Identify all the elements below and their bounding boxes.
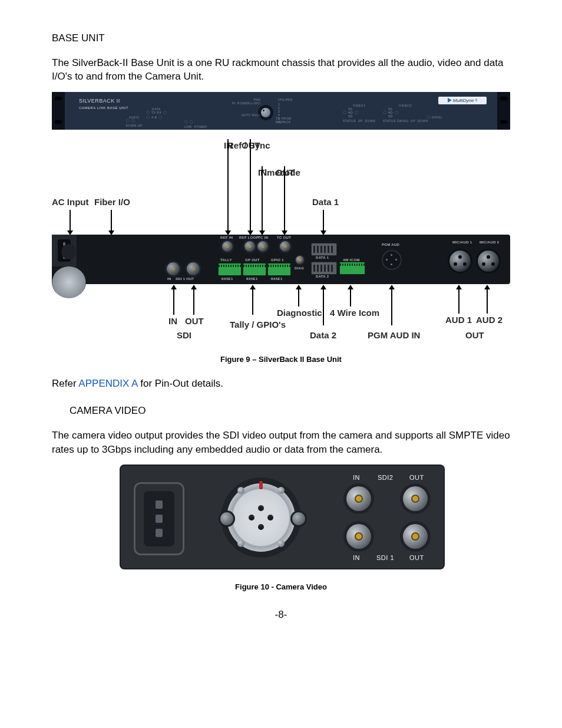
- label-sdi-in: IN: [168, 316, 177, 326]
- tiny-mic1: MIC/AUD 1: [452, 241, 472, 244]
- refer-post: for Pin-Out details.: [138, 378, 224, 389]
- tiny-gpout: GP OUT: [245, 258, 260, 262]
- ref-loop-bnc: [243, 239, 257, 253]
- label-tally: Tally / GPIO's: [230, 319, 286, 330]
- cv-sdi1-out-bnc: [400, 521, 431, 552]
- sdi-in-bnc: [165, 261, 181, 277]
- tiny-sdi-in: IN: [167, 277, 171, 281]
- rack-ear-right: [497, 92, 510, 130]
- tiny-tally: TALLY: [220, 258, 232, 262]
- front-panel-figure: SILVERBACK II CAMERA LINK BASE UNIT Mult…: [52, 92, 510, 130]
- tiny-sdi1: SDI 1: [176, 277, 186, 281]
- label-pgm: PGM AUD IN: [368, 330, 420, 340]
- tiny-icom: 4W ICOM: [343, 258, 359, 262]
- cv-sdi1: SDI 1: [376, 554, 394, 561]
- cv-fiber-connector: [221, 477, 301, 558]
- tiny-b1: 8X5E1: [222, 277, 233, 281]
- label-data1: Data 1: [312, 197, 339, 207]
- tiny-gpio: GPIO 1: [271, 258, 284, 262]
- tiny-refin: REF IN: [220, 236, 233, 239]
- tiny-sdi-out: OUT: [186, 277, 194, 281]
- data-led-group: DATA TX RX A B: [146, 107, 167, 120]
- icom-terminal: [339, 262, 365, 275]
- data-end-group: DATA1: [427, 116, 442, 120]
- refer-pre: Refer: [52, 378, 78, 389]
- front-title: SILVERBACK II: [79, 98, 120, 104]
- intro-paragraph: The SilverBack-II Base Unit is a one RU …: [52, 56, 510, 84]
- cv-sdi2-out-bnc: [400, 483, 431, 514]
- reg-mark: ®: [475, 98, 477, 102]
- tally-terminal: [218, 263, 242, 276]
- label-fiber: Fiber I/O: [94, 197, 130, 207]
- page-number: -8-: [52, 609, 510, 621]
- link-power-group: LINK POWER: [184, 120, 207, 129]
- tiny-mic2: MIC/AUD 2: [480, 241, 499, 244]
- sdi-out-bnc: [185, 261, 201, 277]
- cv-sdi2-in-bnc: [343, 483, 374, 514]
- label-aud2: AUD 2: [476, 315, 503, 325]
- tiny-tcout: TC OUT: [277, 236, 291, 239]
- label-aud1: AUD 1: [445, 315, 472, 325]
- cv-sdi1-in-bnc: [343, 521, 374, 552]
- tiny-refloop: REF LOOP: [239, 236, 259, 239]
- tiny-diag: DIAG: [295, 266, 304, 270]
- front-subtitle: CAMERA LINK BASE UNIT: [79, 106, 128, 110]
- rear-panel-figure: Ref / Sync IN OUT Timecode IN OUT AC Inp…: [52, 140, 510, 347]
- ref-in-bnc: [220, 239, 234, 253]
- camera-video-paragraph: The camera video output provides the SDI…: [52, 429, 510, 456]
- label-sdi-out: OUT: [185, 316, 204, 326]
- tiny-b2: 8X5E1: [246, 277, 258, 281]
- multidyne-triangle-icon: [448, 98, 452, 103]
- aud1-xlr: [448, 249, 472, 274]
- label-icom: 4 Wire Icom: [330, 308, 379, 318]
- tiny-tcin: TC IN: [258, 236, 268, 239]
- rear-panel: IN SDI 1 OUT REF IN REF LOOP TC IN TC OU…: [52, 235, 510, 284]
- data1-terminal: [311, 243, 337, 256]
- video1-group: VIDEO1 3G HD SD STATUS UP DOWN: [343, 104, 375, 123]
- refer-line: Refer APPENDIX A for Pin-Out details.: [52, 377, 510, 390]
- aud2-xlr: [476, 249, 501, 274]
- heading-camera-video: CAMERA VIDEO: [70, 405, 510, 417]
- video2-group: VIDEO2 3G HD SD STATUS SWING UP DOWN: [383, 104, 428, 123]
- label-diag: Diagnostic: [277, 308, 322, 318]
- gpout-terminal: [243, 263, 266, 276]
- figure10-caption: Figure 10 - Camera Video: [52, 582, 510, 591]
- label-audout: OUT: [465, 330, 484, 340]
- multidyne-logo: MultiDyne®: [438, 97, 487, 104]
- pad-group: PAD PL POWER(+18V) AUTO NULL: [232, 98, 260, 117]
- figure9-caption: Figure 9 – SilverBack II Base Unit: [52, 355, 510, 364]
- camera-video-figure: IN SDI2 OUT IN SDI 1 OUT: [120, 465, 442, 569]
- label-sdi: SDI: [177, 330, 191, 340]
- tiny-b3: 8X5E1: [271, 277, 283, 281]
- icom-jack: [382, 250, 402, 270]
- data2-terminal: [311, 262, 337, 275]
- rack-ear-left: [52, 92, 65, 130]
- tc-out-bnc: [278, 239, 292, 253]
- cv-out-bot: OUT: [409, 554, 424, 561]
- cv-in-bot: IN: [353, 554, 360, 561]
- appendix-a-link[interactable]: APPENDIX A: [78, 378, 137, 389]
- multidyne-text: MultiDyne: [453, 98, 474, 103]
- audio-led-group: AUDIO DOWN UP: [126, 116, 143, 127]
- tiny-data1: DATA 1: [316, 256, 329, 259]
- cv-out-top: OUT: [409, 474, 424, 481]
- label-ac: AC Input: [52, 197, 88, 207]
- tc-in-bnc: [256, 239, 270, 253]
- cv-in-top: IN: [353, 474, 360, 481]
- heading-base-unit: BASE UNIT: [52, 32, 510, 44]
- cv-ac-input: [134, 482, 184, 555]
- tiny-pgm: PGM AUD: [382, 243, 399, 246]
- tofrom-group: TO FROM MS/PACK: [276, 117, 291, 124]
- cv-sdi2: SDI2: [378, 474, 393, 481]
- label-data2: Data 2: [310, 330, 336, 340]
- tiny-data2: DATA 2: [316, 275, 329, 278]
- gpio-terminal: [267, 263, 291, 276]
- diag-bnc: [295, 255, 305, 265]
